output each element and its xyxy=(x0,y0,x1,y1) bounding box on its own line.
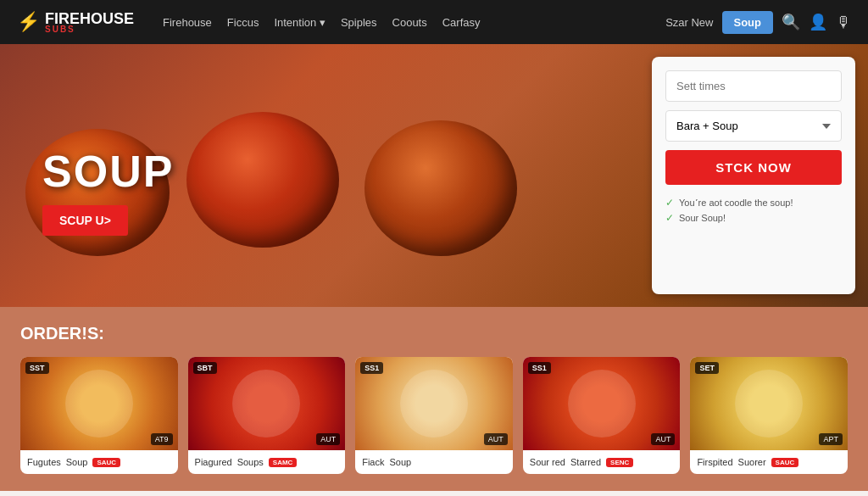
card-name-row: Sour red Starred SENC xyxy=(530,457,674,467)
mic-icon[interactable]: 🎙 xyxy=(836,14,851,31)
menu-card-image: SS1 AUT xyxy=(355,357,513,450)
card-price-badge: AUT xyxy=(484,433,508,445)
hero-section: SOUP SCUP U> Bara + Soup STCK NOW ✓ Youʼ… xyxy=(0,44,868,307)
card-price-badge: APT xyxy=(819,433,843,445)
card-name-2: Soups xyxy=(237,457,264,467)
checkmark-icon-1: ✓ xyxy=(665,197,674,209)
nav-link-carfasy[interactable]: Carfasy xyxy=(442,16,481,29)
soup-nav-button[interactable]: Soup xyxy=(722,11,774,34)
nav-link-spiples[interactable]: Spiples xyxy=(341,16,377,29)
menu-card[interactable]: SS1 AUT Fiack Soup xyxy=(355,357,513,474)
nav-links: Firehouse Ficcus Intention ▾ Spiples Coo… xyxy=(163,16,645,29)
user-icon[interactable]: 👤 xyxy=(809,13,827,31)
star-new-label: Szar New xyxy=(665,16,713,29)
orders-section-title: ORDER!S: xyxy=(20,324,848,343)
menu-card-image: SS1 AUT xyxy=(523,357,681,450)
hero-text-overlay: SOUP SCUP U> xyxy=(42,146,174,236)
soup-bowl-3 xyxy=(364,120,517,256)
check-item-2: ✓ Sour Soup! xyxy=(665,212,842,224)
nav-link-firehouse[interactable]: Firehouse xyxy=(163,16,212,29)
check-text-1: Youʼre aot coodle the soup! xyxy=(679,198,793,209)
card-badge: SST xyxy=(25,362,49,374)
menu-card-image: SBT AUT xyxy=(188,357,346,450)
menu-card-info: Firspited Suorer SAUC xyxy=(690,450,848,474)
soup-swirl xyxy=(65,370,133,437)
card-name-1: Firspited xyxy=(697,457,732,467)
hero-title: SOUP xyxy=(42,146,174,197)
menu-card-image: SET APT xyxy=(690,357,848,450)
card-name-row: Firspited Suorer SAUC xyxy=(697,457,841,467)
orders-section: ORDER!S: SST AT9 Fugutes Soup SAUC SBT A… xyxy=(0,307,868,491)
card-name-2: Soup xyxy=(389,457,411,467)
logo[interactable]: ⚡ FIREHOUSE SUBS xyxy=(17,10,134,34)
soup-swirl xyxy=(568,370,636,437)
card-badge: SS1 xyxy=(360,362,383,374)
soup-swirl xyxy=(735,370,803,437)
card-price-badge: AUT xyxy=(316,433,340,445)
card-tag: SAUC xyxy=(92,458,120,467)
card-name-2: Starred xyxy=(570,457,601,467)
nav-right: Szar New Soup 🔍 👤 🎙 xyxy=(665,11,851,34)
menu-card[interactable]: SST AT9 Fugutes Soup SAUC xyxy=(20,357,178,474)
card-price-badge: AT9 xyxy=(151,433,173,445)
hero-order-form: Bara + Soup STCK NOW ✓ Youʼre aot coodle… xyxy=(652,57,855,294)
order-type-select[interactable]: Bara + Soup xyxy=(665,110,842,142)
card-name-1: Fiack xyxy=(362,457,384,467)
nav-link-ficcus[interactable]: Ficcus xyxy=(227,16,259,29)
soup-swirl xyxy=(400,370,468,437)
hero-image: SOUP SCUP U> xyxy=(0,44,652,307)
card-name-row: Fiack Soup xyxy=(362,457,506,467)
logo-bolt-icon: ⚡ xyxy=(17,11,40,33)
card-name-1: Sour red xyxy=(530,457,565,467)
check-text-2: Sour Soup! xyxy=(679,213,726,223)
menu-card-info: Piagured Soups SAMC xyxy=(188,450,346,474)
card-tag: SAUC xyxy=(771,458,799,467)
menu-card-info: Fiack Soup xyxy=(355,450,513,474)
card-badge: SBT xyxy=(193,362,217,374)
card-name-2: Soup xyxy=(66,457,88,467)
card-name-2: Suorer xyxy=(738,457,766,467)
navbar: ⚡ FIREHOUSE SUBS Firehouse Ficcus Intent… xyxy=(0,0,868,44)
soup-swirl xyxy=(232,370,300,437)
nav-link-coouts[interactable]: Coouts xyxy=(392,16,427,29)
card-name-1: Fugutes xyxy=(27,457,61,467)
order-now-button[interactable]: STCK NOW xyxy=(665,150,842,185)
menu-card[interactable]: SS1 AUT Sour red Starred SENC xyxy=(523,357,681,474)
card-price-badge: AUT xyxy=(651,433,675,445)
menu-card-info: Fugutes Soup SAUC xyxy=(20,450,178,474)
card-badge: SS1 xyxy=(528,362,551,374)
search-icon[interactable]: 🔍 xyxy=(782,13,800,31)
menu-card-info: Sour red Starred SENC xyxy=(523,450,681,474)
soup-bowl-2 xyxy=(186,112,339,248)
menu-grid: SST AT9 Fugutes Soup SAUC SBT AUT Piagur… xyxy=(20,357,848,474)
card-badge: SET xyxy=(695,362,719,374)
form-checks: ✓ Youʼre aot coodle the soup! ✓ Sour Sou… xyxy=(665,193,842,224)
checkmark-icon-2: ✓ xyxy=(665,212,674,224)
card-tag: SENC xyxy=(606,458,633,467)
card-name-1: Piagured xyxy=(195,457,232,467)
check-item-1: ✓ Youʼre aot coodle the soup! xyxy=(665,197,842,209)
menu-card[interactable]: SET APT Firspited Suorer SAUC xyxy=(690,357,848,474)
menu-card-image: SST AT9 xyxy=(20,357,178,450)
location-input[interactable] xyxy=(665,70,842,102)
hero-cta-button[interactable]: SCUP U> xyxy=(42,205,128,236)
nav-link-intention[interactable]: Intention ▾ xyxy=(274,16,326,29)
menu-card[interactable]: SBT AUT Piagured Soups SAMC xyxy=(188,357,346,474)
card-tag: SAMC xyxy=(269,458,298,467)
card-name-row: Fugutes Soup SAUC xyxy=(27,457,171,467)
card-name-row: Piagured Soups SAMC xyxy=(195,457,339,467)
